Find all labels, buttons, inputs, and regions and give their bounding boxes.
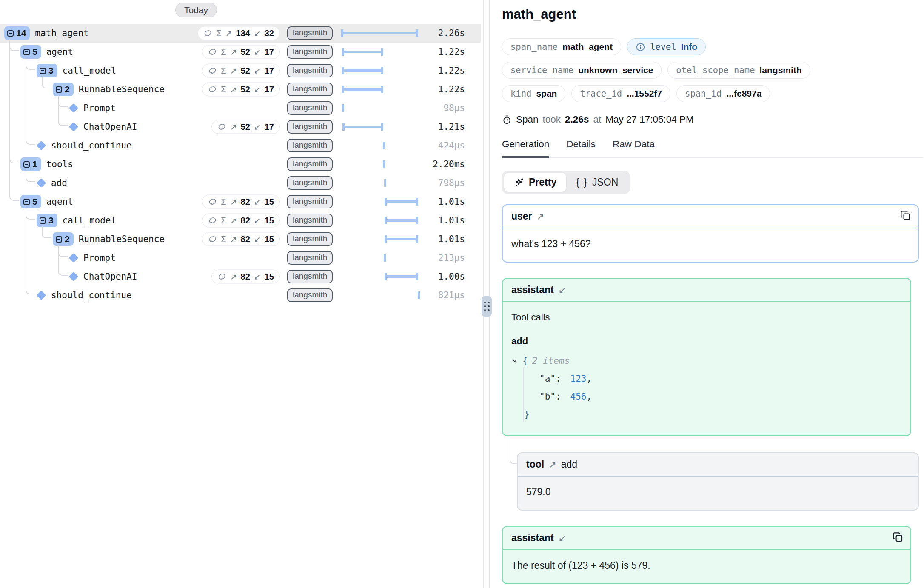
tree-row-main: ChatOpenAI: [69, 267, 137, 286]
tree-row-main: 2 RunnableSequence: [53, 80, 165, 99]
tab-generation[interactable]: Generation: [502, 139, 549, 158]
json-indent-guide: [523, 367, 524, 422]
tree-row[interactable]: 5 agent Σ ↗52 ↙17 langsmith 1.22s: [0, 43, 481, 61]
sigma-icon: Σ: [221, 216, 226, 225]
langsmith-tag: langsmith: [287, 270, 333, 283]
duration-label: 1.01s: [419, 215, 465, 225]
tree-connector-elbow: [9, 157, 19, 163]
sigma-icon: Σ: [221, 47, 226, 57]
span-timestamp: May 27 17:05:04 PM: [605, 114, 694, 125]
tokens-out-arrow-icon: ↙: [254, 216, 261, 225]
copy-button[interactable]: [892, 531, 904, 543]
langsmith-tag: langsmith: [287, 232, 333, 246]
json-items-count: 2 items: [532, 356, 570, 366]
tree-row[interactable]: should_continue langsmith 821µs: [0, 286, 481, 305]
tree-connector-elbow: [26, 214, 35, 220]
page-title: math_agent: [502, 7, 924, 22]
token-coin-icon: [208, 85, 217, 94]
tree-row[interactable]: should_continue langsmith 424µs: [0, 136, 481, 155]
sigma-icon: Σ: [221, 197, 226, 207]
assistant-final-text: The result of (123 + 456) is 579.: [503, 550, 910, 583]
langsmith-tag: langsmith: [287, 45, 333, 59]
leaf-diamond-icon: [69, 253, 79, 263]
collapse-minus-icon: [23, 199, 30, 205]
tree-connector-elbow: [58, 120, 68, 126]
assistant-toolcall-card: assistant ↙ Tool calls add { 2 items "a"…: [502, 278, 911, 436]
span-name-label: should_continue: [51, 140, 132, 151]
duration-bar: [340, 99, 419, 117]
collapse-count-badge[interactable]: 14: [4, 26, 30, 40]
tokens-out-count: 17: [265, 47, 274, 57]
collapse-count-badge[interactable]: 2: [53, 232, 74, 246]
token-coin-icon: [208, 197, 217, 206]
json-label: JSON: [592, 177, 618, 188]
tree-row[interactable]: 1 tools langsmith 2.20ms: [0, 155, 481, 174]
tree-row[interactable]: 3 call_model Σ ↗52 ↙17 langsmith 1.22s: [0, 61, 481, 80]
tree-row-main: 3 call_model: [37, 61, 116, 80]
tree-row-main: 5 agent: [20, 43, 73, 61]
tree-row[interactable]: 14 math_agent Σ ↗134 ↙32 langsmith 2.26s: [0, 24, 481, 43]
duration-label: 1.21s: [419, 122, 465, 132]
tab-details[interactable]: Details: [566, 139, 596, 157]
tokens-out-arrow-icon: ↙: [254, 66, 261, 76]
tokens-out-count: 17: [265, 66, 274, 76]
tree-connector-elbow: [58, 270, 68, 276]
user-message-card: user ↗ what's 123 + 456?: [502, 204, 919, 263]
child-count: 5: [32, 47, 37, 57]
collapse-count-badge[interactable]: 3: [37, 64, 57, 77]
collapse-count-badge[interactable]: 3: [37, 214, 57, 227]
tree-row[interactable]: Prompt langsmith 98µs: [0, 99, 481, 117]
tab-raw-data[interactable]: Raw Data: [613, 139, 655, 157]
leaf-diamond-icon: [37, 178, 46, 188]
chevron-down-icon[interactable]: [511, 357, 518, 364]
tree-row[interactable]: ChatOpenAI ↗82 ↙15 langsmith 1.00s: [0, 267, 481, 286]
json-open-brace: {: [522, 356, 528, 366]
span-name-label: agent: [46, 47, 73, 57]
collapse-minus-icon: [23, 161, 30, 168]
user-message-header: user ↗: [503, 205, 918, 228]
duration-label: 213µs: [419, 253, 465, 263]
collapse-count-badge[interactable]: 1: [20, 157, 41, 171]
span-name-label: ChatOpenAI: [83, 271, 137, 282]
tree-row[interactable]: add langsmith 798µs: [0, 174, 481, 192]
tree-row[interactable]: 3 call_model Σ ↗82 ↙15 langsmith 1.01s: [0, 211, 481, 230]
duration-bar: [340, 117, 419, 136]
panel-divider[interactable]: [481, 0, 493, 588]
collapse-count-badge[interactable]: 5: [20, 45, 41, 59]
copy-button[interactable]: [900, 210, 911, 221]
leaf-diamond-icon: [37, 291, 46, 300]
collapse-minus-icon: [23, 49, 30, 55]
span-name-label: add: [51, 178, 67, 188]
role-label: assistant: [511, 532, 554, 544]
json-arg-line: "a":123,: [511, 370, 902, 388]
langsmith-tag: langsmith: [287, 64, 333, 77]
sparkle-icon: [514, 177, 525, 188]
sigma-icon: Σ: [221, 85, 226, 94]
tokens-out-arrow-icon: ↙: [254, 272, 261, 282]
leaf-diamond-icon: [69, 103, 79, 113]
trace-tree-panel: Today 14 math_agent Σ ↗134 ↙32 langsmith…: [0, 0, 481, 588]
collapse-minus-icon: [40, 217, 46, 224]
panel-resize-grip[interactable]: [482, 296, 492, 317]
assistant-toolcall-body: Tool calls add { 2 items "a":123,"b":456…: [503, 302, 910, 435]
json-toggle[interactable]: { } JSON: [566, 173, 628, 192]
tree-row[interactable]: 2 RunnableSequence Σ ↗52 ↙17 langsmith 1…: [0, 80, 481, 99]
duration-bar: [340, 61, 419, 80]
tree-row[interactable]: ChatOpenAI ↗52 ↙17 langsmith 1.21s: [0, 117, 481, 136]
collapse-count-badge[interactable]: 5: [20, 195, 41, 208]
tokens-out-count: 15: [265, 272, 274, 282]
duration-label: 98µs: [419, 103, 465, 113]
tree-row[interactable]: 2 RunnableSequence Σ ↗82 ↙15 langsmith 1…: [0, 230, 481, 248]
tree-row[interactable]: Prompt langsmith 213µs: [0, 248, 481, 267]
took-word: took: [543, 114, 561, 125]
at-word: at: [593, 114, 601, 125]
tree-row[interactable]: 5 agent Σ ↗82 ↙15 langsmith 1.01s: [0, 192, 481, 211]
leaf-diamond-icon: [69, 122, 79, 132]
duration-label: 424µs: [419, 140, 465, 151]
token-usage-badge: Σ ↗134 ↙32: [197, 26, 280, 40]
span-name-label: Prompt: [83, 103, 116, 113]
pretty-toggle[interactable]: Pretty: [504, 173, 566, 192]
collapse-count-badge[interactable]: 2: [53, 83, 74, 96]
span-detail-panel: math_agent span_namemath_agent levelInfo…: [493, 0, 924, 588]
tree-row-main: Prompt: [69, 248, 116, 267]
